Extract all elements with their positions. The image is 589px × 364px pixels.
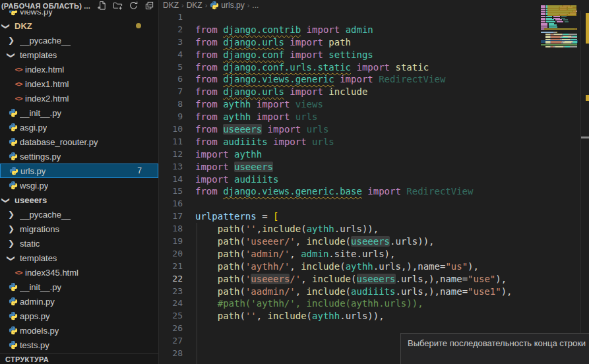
overview-ruler[interactable] [580,11,589,364]
tree-item--init-py[interactable]: __init__.py [0,106,158,120]
python-icon [8,180,18,191]
minimap-line [541,24,557,26]
code-line-14[interactable]: import audiiits [195,173,589,186]
code-line-16[interactable] [195,198,589,210]
tree-item-admin-py[interactable]: admin.py [0,294,158,309]
code-line-22[interactable]: path('useeers/', include(useeers.urls,),… [195,273,589,286]
html-icon: <> [13,93,24,104]
breadcrumb-label: ... [252,1,259,10]
tree-item--init-py[interactable]: __init__.py [0,280,158,294]
code-line-10[interactable]: from useeers import urls [195,123,589,136]
editor-pane: DKZ›DKZ›urls.py›... 12345678910111213141… [159,0,589,364]
code-line-8[interactable]: from aythh import views [195,98,589,111]
tree-item-settings-py[interactable]: settings.py [0,149,158,164]
tree-item-label: index345.html [25,268,78,278]
code-line-4[interactable]: from django.conf import settings [195,49,589,61]
code-line-7[interactable]: from django.urls import include [195,86,589,98]
code-line-2[interactable]: from django.contrib import admin [195,24,589,36]
tree-item-migrations[interactable]: ❯migrations [0,222,158,236]
tree-item-label: migrations [20,224,59,234]
code-line-5[interactable]: from django.conf.urls.static import stat… [195,61,589,74]
code-line-3[interactable]: from django.urls import path [195,36,589,49]
tree-item-templates[interactable]: ❯templates [0,251,158,265]
code-line-25[interactable]: path('', include(aythh.urls)), [195,310,589,322]
python-icon [8,136,18,147]
code-line-6[interactable]: from django.views.generic import Redirec… [195,73,589,86]
badge-count: 7 [137,166,142,175]
tree-item-dkz[interactable]: ❯DKZ [0,18,158,33]
git-modified-dot [136,23,141,28]
minimap[interactable] [541,3,578,76]
code-line-17[interactable]: urlpatterns = [ [195,210,589,223]
code-line-18[interactable]: path('',include(aythh.urls)), [195,223,589,235]
breadcrumb-item[interactable]: ... [252,1,259,10]
breadcrumb-separator-icon: › [247,1,250,9]
code-line-15[interactable]: from django.views.generic.base import Re… [195,185,589,198]
tree-item-label: models.py [20,326,59,336]
python-icon [8,122,18,133]
python-icon [8,340,18,350]
breadcrumb[interactable]: DKZ›DKZ›urls.py›... [159,0,589,11]
minimap-line [541,34,577,35]
tree-item-wsgi-py[interactable]: wsgi.py [0,178,158,193]
tree-item-tests-py[interactable]: tests.py [0,338,158,352]
tree-item-label: urls.py [20,166,46,176]
minimap-line [541,18,565,19]
tree-item-label: index.html [25,65,64,75]
html-icon: <> [13,64,24,75]
code-line-12[interactable]: import aythh [195,148,589,161]
explorer-section-header[interactable]: (РАБОЧАЯ ОБЛАСТЬ) ... [0,0,158,11]
code-line-9[interactable]: from aythh import urls [195,111,589,123]
tree-item-useeers[interactable]: ❯useeers [0,193,158,207]
breadcrumb-item[interactable]: DKZ [187,1,202,10]
collapse-all-icon[interactable] [144,1,154,11]
python-icon [8,311,18,321]
code-line-19[interactable]: path('useeer/', include(useeers.urls)), [195,235,589,248]
refresh-icon[interactable] [129,1,139,11]
minimap-highlight [544,28,577,30]
tree-item-urls-py[interactable]: urls.py7 [0,164,158,178]
chevron-down-icon: ❯ [8,255,15,262]
outline-title: СТРУКТУРА [5,355,49,363]
tree-item-database-roouter-py[interactable]: database_roouter.py [0,135,158,149]
code-area[interactable]: from django.contrib import adminfrom dja… [159,11,589,360]
tree-item-index345-html[interactable]: <>index345.html [0,265,158,280]
tree-item-templates[interactable]: ❯templates [0,47,158,62]
minimap-line [541,23,554,24]
tree-item-label: templates [20,50,57,60]
chevron-right-icon: ❯ [8,37,15,44]
minimap-line [541,26,557,28]
tree-item-asgi-py[interactable]: asgi.py [0,120,158,135]
new-file-icon[interactable] [97,1,107,11]
tree-item-models-py[interactable]: models.py [0,323,158,338]
code-line-24[interactable]: #path('aythh/', include(aythh.urls)), [195,297,589,310]
python-icon [8,107,18,118]
breadcrumb-item[interactable]: DKZ [163,1,179,10]
minimap-line [541,21,569,22]
python-icon [210,1,219,10]
outline-section-header[interactable]: СТРУКТУРА [0,353,158,364]
tree-item-static[interactable]: ❯static [0,236,158,251]
code-line-11[interactable]: from audiiits import urls [195,136,589,148]
code-line-21[interactable]: path('aythh/', include(aythh.urls,),name… [195,260,589,273]
code-line-1[interactable] [195,11,589,24]
tree-item-index2-html[interactable]: <>index2.html [0,91,158,106]
minimap-line [541,19,568,20]
code-line-13[interactable]: import useeers [195,161,589,173]
tree-item-index1-html[interactable]: <>index1.html [0,76,158,91]
minimap-line [541,42,577,44]
code-line-23[interactable]: path('aadmin/', include(audiiits.urls,),… [195,286,589,298]
chevron-right-icon: ❯ [8,240,15,247]
tree-item--pycache-[interactable]: ❯__pycache__ [0,33,158,47]
tree-item-label: tests.py [20,340,49,350]
breadcrumb-item[interactable]: urls.py [210,1,244,10]
new-folder-icon[interactable] [113,1,123,11]
tree-item-label: __pycache__ [20,210,71,220]
tree-item--pycache-[interactable]: ❯__pycache__ [0,207,158,222]
tree-item-apps-py[interactable]: apps.py [0,309,158,323]
ruler-mark [581,136,589,138]
tree-item-index-html[interactable]: <>index.html [0,62,158,76]
code-line-20[interactable]: path('admin/', admin.site.urls), [195,248,589,260]
minimap-line [541,16,567,17]
html-icon: <> [13,78,24,89]
